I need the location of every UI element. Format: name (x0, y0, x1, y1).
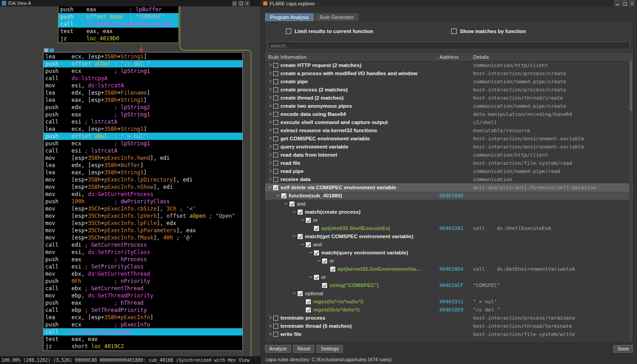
collapse-arrow-icon[interactable] (300, 217, 305, 223)
scrollbar[interactable] (629, 61, 632, 342)
capa-tree-row[interactable]: function(sub_401880)00401880 (265, 192, 633, 200)
asm-line[interactable]: lea edx, [esp+358h+Buffer] (45, 162, 241, 169)
reset-button[interactable]: Reset (293, 345, 314, 353)
window-maximize-button[interactable] (238, 1, 243, 6)
asm-line[interactable]: call ds:GetEnvironmentVariableA (58, 20, 179, 28)
capa-tree-row[interactable]: and (265, 200, 633, 208)
expand-arrow-icon[interactable] (267, 120, 273, 125)
expand-arrow-icon[interactable] (267, 136, 273, 141)
asm-line[interactable]: jz loc_4019D0 (60, 35, 177, 42)
collapse-arrow-icon[interactable] (308, 250, 314, 255)
asm-line[interactable]: call esi ; lstrcatA (45, 118, 241, 125)
asm-line[interactable]: push eax ; hProcess (45, 256, 241, 263)
capa-tree-row[interactable]: or (265, 273, 633, 281)
asm-line[interactable]: push ecx ; lpString1 (45, 67, 241, 75)
rule-checkbox[interactable] (273, 177, 278, 182)
capa-tree-row[interactable]: terminate thread (5 matches)host-interac… (265, 322, 633, 330)
settings-button[interactable]: Settings (317, 345, 343, 353)
capa-tree-row[interactable]: or (265, 216, 633, 224)
asm-line[interactable]: call ebp ; SetThreadPriority (45, 307, 241, 314)
capa-tree-row[interactable]: create thread (2 matches)host-interactio… (265, 94, 633, 102)
expand-arrow-icon[interactable] (267, 331, 273, 337)
asm-line[interactable]: lea eax, [esp+358h+String1] (45, 169, 241, 176)
limit-results-checkbox[interactable] (286, 29, 291, 34)
ida-graph-canvas[interactable]: push eax ; lpBufferpush offset Name ; "C… (0, 6, 261, 356)
rule-checkbox[interactable] (314, 275, 319, 280)
asm-line[interactable]: call esi ; lstrcatA (45, 147, 241, 154)
asm-line[interactable]: mov [esp+35Ch+pExecInfo.lpVerb], offset … (45, 212, 241, 220)
capa-tree-row[interactable]: query environment variablehost-interacti… (265, 143, 633, 151)
column-separator[interactable] (470, 53, 471, 61)
asm-line[interactable]: mov ebx, ds:GetCurrentThread (45, 270, 241, 278)
show-matches-checkbox[interactable] (451, 29, 457, 34)
rule-checkbox[interactable] (273, 87, 278, 92)
collapse-arrow-icon[interactable] (275, 193, 281, 198)
capa-tree-row[interactable]: terminate processhost-interaction/proces… (265, 314, 633, 322)
capa-tree-row[interactable]: receive datacommunication (265, 175, 633, 183)
ida-titlebar[interactable]: IDA View-A (0, 0, 261, 6)
capa-tree-row[interactable]: match(get COMSPEC environment variable) (265, 232, 633, 240)
capa-tree-row[interactable]: optional (265, 289, 633, 297)
asm-line[interactable]: mov esi, ds:SetPriorityClass (45, 249, 241, 256)
column-header-details[interactable]: Details (473, 53, 489, 61)
capa-tree-row[interactable]: match(query environment variable) (265, 249, 633, 257)
asm-line[interactable]: mov [esp+358h+pExecInfo.lpDirectory], ed… (45, 176, 241, 183)
window-minimize-button[interactable] (614, 0, 620, 6)
capa-tree-row[interactable]: read filehost-interaction/file-system/re… (265, 159, 633, 167)
rule-checkbox[interactable] (314, 226, 319, 231)
collapse-arrow-icon[interactable] (292, 291, 297, 296)
rule-checkbox[interactable] (298, 210, 303, 215)
rule-checkbox[interactable] (330, 267, 335, 272)
asm-line[interactable]: mov edi, ds:GetCurrentProcess (45, 191, 241, 198)
rule-checkbox[interactable] (306, 307, 311, 312)
asm-line[interactable]: test eax, eax (60, 28, 177, 35)
asm-line[interactable]: lea ecx, [esp+358h+pExecInfo] (45, 314, 241, 321)
expand-arrow-icon[interactable] (267, 144, 273, 149)
asm-line[interactable]: push offset Name ; "COMSPEC" (58, 13, 179, 20)
rule-checkbox[interactable] (273, 136, 278, 141)
rule-checkbox[interactable] (306, 218, 311, 223)
capa-tree-row[interactable]: get COMSPEC environment variablehost-int… (265, 134, 633, 143)
rule-checkbox[interactable] (322, 259, 327, 263)
capa-tree-row[interactable]: api(shell32.ShellExecuteEx)00401981call … (265, 224, 633, 232)
expand-arrow-icon[interactable] (267, 62, 273, 68)
collapse-arrow-icon[interactable] (292, 234, 297, 239)
asm-line[interactable]: push offset aNul ; " > nul" (43, 133, 242, 140)
capa-tree-row[interactable]: self delete via COMSPEC environment vari… (265, 183, 633, 192)
asm-line[interactable]: push eax ; hThread (45, 299, 241, 307)
basic-block-top[interactable]: push eax ; lpBufferpush offset Name ; "C… (58, 6, 179, 43)
asm-line[interactable]: mov ebp, ds:SetThreadPriority (45, 292, 241, 299)
capa-tree-row[interactable]: match(create process) (265, 208, 633, 216)
search-input[interactable] (268, 42, 630, 49)
expand-arrow-icon[interactable] (267, 111, 273, 117)
capa-tree-row[interactable]: and (265, 240, 633, 249)
rule-checkbox[interactable] (273, 71, 278, 76)
window-close-button[interactable] (245, 1, 250, 6)
show-matches-filter[interactable]: Show matches by function (451, 28, 526, 34)
asm-line[interactable]: lea edx, [esp+358h+Filename] (45, 89, 241, 96)
asm-line[interactable]: push offset aCDel ; "/c del " (43, 60, 242, 67)
rule-checkbox[interactable] (273, 112, 278, 117)
capa-tree-row[interactable]: create two anonymous pipescommunication/… (265, 102, 633, 110)
rule-checkbox[interactable] (273, 128, 278, 133)
rule-checkbox[interactable] (298, 234, 303, 239)
asm-line[interactable]: call ds:ShellExecuteExA (43, 328, 242, 335)
collapse-arrow-icon[interactable] (316, 258, 322, 263)
collapse-arrow-icon[interactable] (308, 274, 314, 280)
expand-arrow-icon[interactable] (267, 71, 273, 76)
asm-line[interactable]: mov [esp+35Ch+pExecInfo.lpFile], edx (45, 220, 241, 227)
asm-line[interactable]: test eax, eax (45, 335, 241, 343)
tab-rule-generator[interactable]: Rule Generator (315, 13, 359, 21)
asm-line[interactable]: push 100h ; dwPriorityClass (45, 198, 241, 205)
asm-line[interactable]: mov [esp+358h+pExecInfo.nShow], edi (45, 183, 241, 191)
collapse-arrow-icon[interactable] (267, 185, 273, 190)
asm-line[interactable]: jz short loc_4019C2 (45, 343, 241, 350)
capa-tree-row[interactable]: create a process with modified I/O handl… (265, 69, 633, 77)
capa-tree-row[interactable]: create HTTP request (2 matches)communica… (265, 61, 633, 69)
rule-checkbox[interactable] (273, 96, 278, 101)
capa-tree-row[interactable]: read data from Internetcommunication/htt… (265, 151, 633, 159)
rule-checkbox[interactable] (273, 169, 278, 174)
asm-line[interactable]: mov [esp+35Ch+pExecInfo.lpParameters], e… (45, 227, 241, 234)
capa-tree-row[interactable]: read pipecommunication/named-pipe/read (265, 167, 633, 175)
basic-block-main[interactable]: lea ecx, [esp+358h+String1]push offset a… (43, 52, 243, 351)
